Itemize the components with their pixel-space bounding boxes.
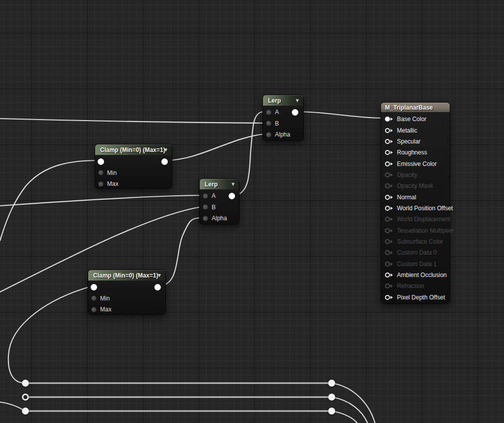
reroute-knot-left-2[interactable] bbox=[22, 394, 29, 401]
material-pin-row-opacity: Opacity bbox=[381, 169, 450, 180]
wire-left-to-lerptop-b[interactable] bbox=[0, 119, 264, 123]
material-input-pin[interactable] bbox=[385, 139, 393, 144]
pin-row-max: Max bbox=[88, 304, 165, 315]
input-pin-max[interactable] bbox=[91, 307, 97, 312]
wire-clamptop-to-lerptop-alpha[interactable] bbox=[165, 134, 264, 160]
material-input-pin[interactable] bbox=[385, 273, 393, 278]
reroute-knot-right-1[interactable] bbox=[328, 380, 335, 387]
pin-label: B bbox=[212, 204, 216, 211]
input-pin-value[interactable] bbox=[98, 158, 104, 165]
material-pin-row-world-position-offset: World Position Offset bbox=[381, 203, 450, 214]
node-title: Lerp bbox=[200, 181, 218, 188]
material-input-pin[interactable] bbox=[385, 117, 393, 122]
pin-label: Emissive Color bbox=[397, 160, 437, 167]
node-header[interactable]: Clamp (Min=0) (Max=1) ▼ bbox=[95, 144, 172, 155]
material-input-pin bbox=[385, 183, 393, 188]
pin-row-min: Min bbox=[88, 293, 165, 304]
material-input-pin bbox=[385, 239, 393, 244]
pin-row-alpha: Alpha bbox=[200, 213, 239, 224]
collapse-arrow-icon[interactable]: ▼ bbox=[163, 147, 168, 152]
pin-row-b: B bbox=[263, 118, 303, 130]
input-pin-min[interactable] bbox=[91, 295, 97, 301]
pin-label: Max bbox=[100, 306, 112, 313]
reroute-knot-left-3[interactable] bbox=[22, 408, 29, 415]
wire-reroute2-offscreen[interactable] bbox=[332, 397, 368, 423]
material-input-pin[interactable] bbox=[385, 195, 393, 200]
material-input-pin[interactable] bbox=[385, 128, 393, 133]
node-lerp-mid[interactable]: Lerp ▼ A B Alpha bbox=[199, 178, 240, 225]
material-input-pin[interactable] bbox=[385, 161, 393, 166]
input-pin-alpha[interactable] bbox=[266, 132, 271, 138]
material-input-pin[interactable] bbox=[385, 295, 393, 300]
material-graph-canvas[interactable]: { "canvas": { "background": "#262626", "… bbox=[0, 0, 504, 423]
material-pin-row-world-displacement: World Displacement bbox=[381, 214, 450, 225]
output-pin[interactable] bbox=[161, 158, 168, 165]
node-header[interactable]: Clamp (Min=0) (Max=1) ▼ bbox=[88, 270, 165, 281]
material-pin-row-normal: Normal bbox=[381, 191, 450, 202]
material-input-pin[interactable] bbox=[385, 206, 393, 211]
pin-row-main bbox=[88, 282, 165, 293]
input-pin-b[interactable] bbox=[266, 121, 271, 126]
node-title: Clamp (Min=0) (Max=1) bbox=[88, 272, 158, 279]
pin-label: Alpha bbox=[212, 215, 227, 222]
node-clamp-bottom[interactable]: Clamp (Min=0) (Max=1) ▼ Min Max bbox=[88, 270, 166, 315]
reroute-knot-right-2[interactable] bbox=[328, 394, 335, 401]
pin-label: Specular bbox=[397, 138, 420, 145]
pin-row-b: B bbox=[200, 202, 239, 213]
wire-reroute1-offscreen[interactable] bbox=[332, 383, 375, 423]
collapse-arrow-icon[interactable]: ▼ bbox=[295, 98, 300, 103]
pin-label: World Displacement bbox=[397, 216, 450, 223]
pin-row-alpha: Alpha bbox=[263, 129, 303, 141]
output-pin[interactable] bbox=[292, 109, 298, 116]
material-pin-row-ambient-occlusion: Ambient Occlusion bbox=[381, 270, 450, 281]
material-pin-row-roughness: Roughness bbox=[381, 147, 450, 158]
pin-row-a: A bbox=[200, 190, 239, 202]
input-pin-b[interactable] bbox=[203, 204, 208, 210]
pin-label: Ambient Occlusion bbox=[397, 272, 447, 279]
wire-reroute3-offscreen[interactable] bbox=[332, 411, 357, 423]
node-clamp-top[interactable]: Clamp (Min=0) (Max=1) ▼ Min Max bbox=[95, 144, 172, 189]
pin-label: Min bbox=[100, 295, 110, 302]
pin-label: Custom Data 0 bbox=[397, 249, 437, 256]
input-pin-value[interactable] bbox=[91, 284, 97, 290]
wire-reroute1-to-clampbottom-in[interactable] bbox=[8, 286, 93, 383]
pin-label: Tessellation Multiplier bbox=[397, 227, 454, 234]
node-title: M_TriplanarBase bbox=[381, 104, 433, 111]
input-pin-a[interactable] bbox=[203, 193, 208, 199]
pin-label: Opacity Mask bbox=[397, 182, 433, 189]
material-input-pin[interactable] bbox=[385, 150, 393, 155]
material-pin-row-refraction: Refraction bbox=[381, 281, 450, 291]
pin-label: Max bbox=[107, 180, 119, 187]
pin-label: B bbox=[275, 120, 279, 127]
material-pin-row-pixel-depth-offset: Pixel Depth Offset bbox=[381, 292, 450, 303]
node-title: Lerp bbox=[263, 97, 281, 104]
wire-lerptop-to-basecolor[interactable] bbox=[296, 112, 384, 118]
material-input-pin bbox=[385, 283, 393, 288]
collapse-arrow-icon[interactable]: ▼ bbox=[157, 273, 162, 278]
material-input-pin bbox=[385, 228, 393, 233]
input-pin-max[interactable] bbox=[98, 181, 104, 187]
pin-label: Base Color bbox=[397, 116, 426, 123]
input-pin-alpha[interactable] bbox=[203, 216, 208, 221]
output-pin[interactable] bbox=[229, 193, 235, 199]
material-input-pin bbox=[385, 262, 393, 267]
pin-label: Roughness bbox=[397, 149, 427, 156]
node-lerp-top[interactable]: Lerp ▼ A B Alpha bbox=[262, 95, 304, 141]
material-pin-row-base-color: Base Color bbox=[381, 114, 450, 125]
reroute-knot-left-1[interactable] bbox=[22, 380, 29, 387]
output-pin[interactable] bbox=[154, 284, 161, 290]
wire-left-to-lerpmid-a[interactable] bbox=[0, 195, 202, 206]
pin-label: Opacity bbox=[397, 171, 417, 178]
input-pin-min[interactable] bbox=[98, 170, 104, 175]
node-material-result[interactable]: M_TriplanarBase Base Color Metallic Spec… bbox=[380, 102, 450, 304]
input-pin-a[interactable] bbox=[266, 110, 271, 115]
reroute-knot-right-3[interactable] bbox=[328, 408, 335, 415]
node-header[interactable]: M_TriplanarBase bbox=[381, 103, 450, 112]
node-header[interactable]: Lerp ▼ bbox=[200, 179, 239, 189]
material-input-pin bbox=[385, 250, 393, 255]
material-pin-row-subsurface-color: Subsurface Color bbox=[381, 236, 450, 247]
node-header[interactable]: Lerp ▼ bbox=[263, 95, 303, 106]
collapse-arrow-icon[interactable]: ▼ bbox=[231, 182, 236, 187]
pin-row-a: A bbox=[263, 107, 303, 118]
pin-label: Custom Data 1 bbox=[397, 261, 437, 268]
